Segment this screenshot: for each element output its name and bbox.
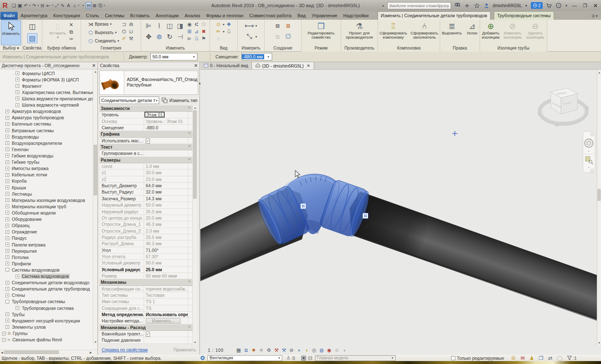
lightbulb-icon-caret[interactable]: ▼ <box>222 23 225 26</box>
navigation-bar[interactable] <box>583 131 595 173</box>
panel-label-11[interactable]: Правка <box>440 45 480 52</box>
diameter-caret-icon[interactable]: ▼ <box>191 55 197 58</box>
view-scale[interactable]: 1 : 100 <box>208 348 224 353</box>
editable-only-checkbox[interactable] <box>451 356 455 360</box>
expand-icon[interactable]: + <box>16 84 19 88</box>
view-tab-close-icon[interactable]: ✕ <box>307 63 310 68</box>
param-value[interactable]: 2.0 мм <box>144 228 188 234</box>
unpin-icon[interactable]: ⊳ <box>186 35 193 42</box>
fabrication-button[interactable]: ⚗Проект для производителя <box>342 20 377 45</box>
param-section-header[interactable]: Механизмы - Расход≈ <box>100 325 192 331</box>
param-value[interactable]: 25.5 мм <box>144 234 188 240</box>
panel-label-7[interactable]: Создание <box>265 45 301 52</box>
detail-level-icon[interactable]: ⧉ <box>243 347 249 354</box>
match-properties-icon[interactable]: ✑ <box>68 36 75 42</box>
beam-join-icon[interactable]: ⊐ <box>121 21 127 28</box>
compass-west[interactable]: З <box>538 112 540 116</box>
properties-header[interactable]: Свойства ✕ <box>98 62 199 69</box>
tree-item[interactable]: +∞Связанные файлы Revit <box>0 337 93 343</box>
linework-icon-caret[interactable]: ▼ <box>222 30 225 33</box>
param-value[interactable]: -880.0 <box>144 125 188 131</box>
tree-item[interactable]: -Трубопроводные системы <box>0 299 93 305</box>
paint-icon[interactable]: ✐ <box>121 35 127 42</box>
tab-manage[interactable]: Управление <box>309 12 340 20</box>
expand-icon[interactable]: + <box>5 122 9 126</box>
save-icon[interactable]: ▣ <box>17 2 23 9</box>
measure-tool-icon-caret[interactable]: ▼ <box>255 35 258 38</box>
expand-icon[interactable]: + <box>5 281 9 285</box>
dimension-icon[interactable]: ⤢ <box>54 2 60 9</box>
expand-icon[interactable]: + <box>5 243 9 246</box>
revit-logo[interactable]: R <box>3 2 8 9</box>
param-value[interactable]: 23.0 мм <box>144 176 188 182</box>
steering-wheel-icon[interactable] <box>585 139 593 147</box>
project-browser-close-icon[interactable]: ✕ <box>92 63 96 68</box>
param-value[interactable]: ✓ <box>144 138 188 144</box>
requests-icon[interactable]: ♟ <box>528 355 535 361</box>
tree-scroll-down-icon[interactable]: ▼ <box>94 340 97 343</box>
unjoin-icon[interactable]: ⋒ <box>128 21 134 28</box>
viewport-scrollbar[interactable]: ▲ ▼ <box>597 70 601 346</box>
expand-icon[interactable]: + <box>5 186 9 189</box>
reveal-hidden-icon[interactable]: ◖ <box>304 347 310 354</box>
section-pin-icon[interactable]: ≈ <box>186 279 192 285</box>
section-pin-icon[interactable]: ≈ <box>186 325 192 330</box>
expand-icon[interactable]: + <box>16 90 19 94</box>
visual-style-icon[interactable]: ▦ <box>236 347 242 354</box>
join-caret[interactable]: ▼ <box>117 39 120 42</box>
view-tab-home[interactable]: 0 - Начальный вид <box>200 62 252 69</box>
links-icon[interactable]: ✉ <box>519 355 526 361</box>
tree-item[interactable]: +Образец <box>0 223 93 229</box>
lock-view-icon[interactable]: ⊚ <box>289 347 295 354</box>
worksharing-icon[interactable]: ◍ <box>319 347 325 354</box>
param-value[interactable] <box>144 337 188 343</box>
properties-scroll-up-icon[interactable]: ▲ <box>194 106 197 109</box>
linework-icon[interactable]: ✏ <box>215 28 222 35</box>
param-value[interactable]: Изменить... <box>144 318 188 324</box>
tree-item[interactable]: +Крыши <box>0 184 93 191</box>
expand-icon[interactable]: + <box>5 135 9 139</box>
tag-icon[interactable]: ✎ <box>60 2 66 9</box>
param-value[interactable]: Уровень : Этаж 01 <box>144 118 188 124</box>
tree-item[interactable]: +Пандус <box>0 235 93 241</box>
tree-item[interactable]: +Шапка ведомости прилагаемых до <box>0 95 93 102</box>
param-value[interactable]: 14.3 мм <box>144 196 188 202</box>
tree-item[interactable]: +⊡Группы <box>0 330 93 336</box>
param-value[interactable]: 32.0 мм <box>144 189 188 195</box>
expand-icon[interactable]: + <box>5 319 9 322</box>
sign-in-icon[interactable] <box>464 2 470 9</box>
expand-icon[interactable]: + <box>5 236 9 240</box>
search-expand-icon[interactable]: ▸ <box>383 4 384 8</box>
apply-button[interactable]: Применить <box>173 347 196 352</box>
param-value[interactable]: 50.0 мм <box>144 202 188 208</box>
properties-filter-caret-icon[interactable]: ▼ <box>155 99 158 102</box>
tree-item[interactable]: +Арматура воздуховодов <box>0 108 93 115</box>
workset-caret-icon[interactable]: ▼ <box>277 356 282 359</box>
tree-vertical-scrollbar[interactable]: ▲ ▼ <box>93 69 97 344</box>
collapse-icon[interactable]: - <box>5 268 9 272</box>
temp-hide-icon[interactable]: ◗ <box>296 347 302 354</box>
tab-contextual-modify[interactable]: Изменить | Соединительные детали трубопр… <box>378 11 491 20</box>
progress-icon[interactable]: ◯ <box>556 355 563 361</box>
tree-scroll-right-icon[interactable]: ▶ <box>90 351 92 354</box>
properties-palette-icon[interactable]: ▤ <box>27 33 37 43</box>
tab-annotate[interactable]: Аннотации <box>153 12 182 20</box>
temp-props-icon[interactable]: ◎ <box>311 347 318 354</box>
dim-aligned-icon[interactable]: ⟷ <box>244 21 255 30</box>
array-icon[interactable]: ⊞ <box>186 28 193 35</box>
expand-icon[interactable]: + <box>5 249 9 253</box>
tree-item[interactable]: +Система воздуховодов <box>0 273 93 280</box>
expand-icon[interactable]: + <box>16 78 19 81</box>
mirror-axis-icon[interactable]: ◫ <box>165 21 175 30</box>
expand-icon[interactable]: + <box>5 211 9 215</box>
create-assembly-icon[interactable]: ⛋ <box>283 32 293 41</box>
user-menu-caret-icon[interactable]: ▼ <box>525 4 528 7</box>
section-icon[interactable]: ◔ <box>80 2 86 9</box>
view3d-icon[interactable]: ⌂ <box>71 2 77 9</box>
collapse-icon[interactable]: ‹ <box>341 347 348 354</box>
graphics-icon[interactable]: ◌ <box>215 35 222 42</box>
collapse-icon[interactable]: - <box>5 300 9 304</box>
scale-icon[interactable]: ⊿ <box>193 28 200 35</box>
expand-icon[interactable]: + <box>16 71 19 75</box>
sync-icon-caret[interactable]: ▼ <box>103 4 106 7</box>
